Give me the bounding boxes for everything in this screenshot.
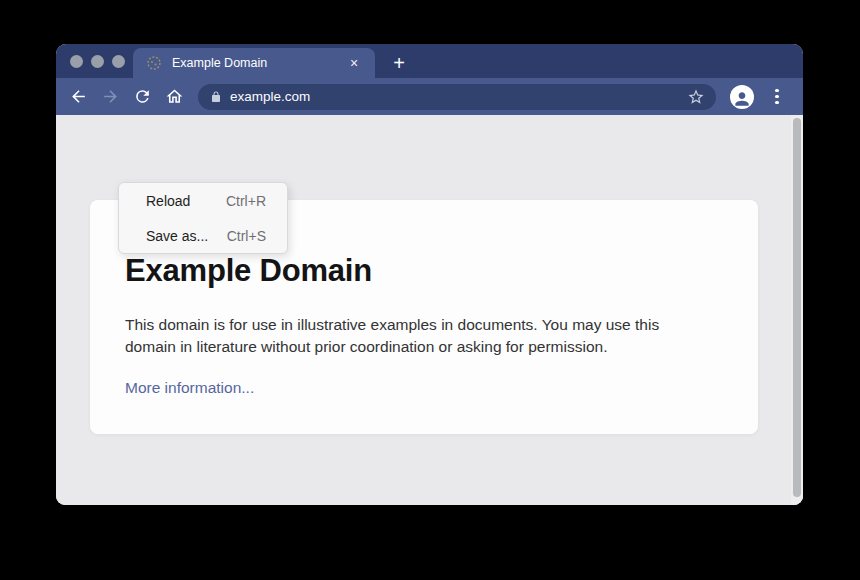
page-viewport: Example Domain This domain is for use in… [56,115,803,505]
kebab-dot [775,89,778,92]
reload-icon [133,87,152,106]
star-outline-icon [687,88,705,106]
home-button[interactable] [158,81,190,113]
page-scrollbar[interactable] [791,115,803,505]
avatar-person-icon [732,88,752,109]
browser-menu-button[interactable] [764,84,790,110]
address-bar[interactable]: example.com [198,84,716,110]
profile-button[interactable] [730,85,754,109]
bookmark-button[interactable] [686,87,706,107]
reload-button[interactable] [126,81,158,113]
window-controls [70,44,125,78]
menu-item-shortcut: Ctrl+S [227,228,266,244]
tab-close-icon[interactable]: × [345,56,363,70]
back-button[interactable] [62,81,94,113]
browser-tab[interactable]: Example Domain × [133,48,375,78]
traffic-light-zoom[interactable] [112,55,125,68]
arrow-left-icon [69,87,88,106]
new-tab-button[interactable]: + [379,48,419,78]
title-bar: Example Domain × + [56,44,803,78]
traffic-light-minimize[interactable] [91,55,104,68]
globe-favicon-icon [146,55,162,71]
lock-icon [210,91,222,103]
more-information-link[interactable]: More information... [125,379,254,396]
forward-button[interactable] [94,81,126,113]
scrollbar-thumb[interactable] [793,118,801,497]
url-text[interactable]: example.com [230,89,686,104]
context-menu: Reload Ctrl+R Save as... Ctrl+S [118,182,288,254]
context-menu-item-save-as[interactable]: Save as... Ctrl+S [119,218,287,253]
context-menu-item-reload[interactable]: Reload Ctrl+R [119,183,287,218]
kebab-dot [775,101,778,104]
browser-toolbar: example.com [56,78,803,115]
browser-window: Example Domain × + [56,44,803,505]
menu-item-shortcut: Ctrl+R [226,193,266,209]
traffic-light-close[interactable] [70,55,83,68]
arrow-right-icon [101,87,120,106]
page-title: Example Domain [125,253,723,289]
menu-item-label: Reload [146,193,190,209]
home-icon [165,87,184,106]
tab-title: Example Domain [172,56,345,70]
page-paragraph: This domain is for use in illustrative e… [125,314,707,358]
kebab-dot [775,95,778,98]
menu-item-label: Save as... [146,228,208,244]
